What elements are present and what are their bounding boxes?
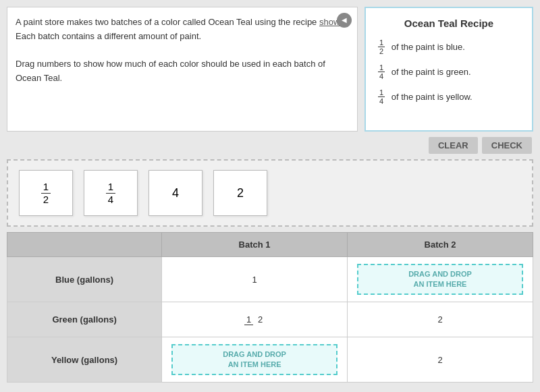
fraction-quarter-green: 1 4 [378,63,385,80]
header-batch1: Batch 1 [162,233,348,257]
clear-button[interactable]: CLEAR [429,137,478,154]
green-batch2-cell: 2 [348,302,533,337]
row-label-green: Green (gallons) [7,302,162,337]
top-section: A paint store makes two batches of a col… [7,7,533,132]
yellow-batch2-cell: 2 [348,337,533,383]
blue-batch1-value: 1 [252,275,256,285]
answer-table: Batch 1 Batch 2 Blue (gallons) 1 DRAG AN… [7,232,533,383]
drag-area: 1 2 1 4 4 2 [7,159,533,227]
yellow-batch1-cell[interactable]: DRAG AND DROPAN ITEM HERE [162,337,348,383]
fraction-half: 1 2 [378,38,385,55]
buttons-row: CLEAR CHECK [7,137,533,154]
drag-tile-half[interactable]: 1 2 [19,170,73,216]
green-batch2-value: 2 [437,314,442,325]
instructions-box: A paint store makes two batches of a col… [7,7,358,132]
tile-fraction-quarter: 1 4 [106,181,115,206]
recipe-blue-text: of the paint is blue. [389,41,465,53]
instructions-paragraph1: A paint store makes two batches of a col… [16,16,349,44]
table-row-yellow: Yellow (gallons) DRAG AND DROPAN ITEM HE… [7,337,533,383]
drag-tile-quarter[interactable]: 1 4 [84,170,138,216]
tile-number-4: 4 [172,186,179,200]
table-row-blue: Blue (gallons) 1 DRAG AND DROPAN ITEM HE… [7,257,533,302]
green-batch1-fraction: 1 2 [244,314,265,325]
instructions-paragraph2: Drag numbers to show how much of each co… [16,57,349,86]
fraction-quarter-yellow: 1 4 [378,88,385,105]
row-label-blue: Blue (gallons) [7,257,162,302]
yellow-batch2-value: 2 [437,355,442,365]
header-blank [7,233,162,257]
recipe-green-text: of the paint is green. [389,66,470,78]
header-batch2: Batch 2 [348,233,533,257]
recipe-item-blue: 1 2 of the paint is blue. [378,38,520,55]
recipe-item-green: 1 4 of the paint is green. [378,63,520,80]
table-header-row: Batch 1 Batch 2 [7,233,533,257]
row-label-yellow: Yellow (gallons) [7,337,162,383]
main-container: A paint store makes two batches of a col… [0,0,540,392]
tile-fraction-half: 1 2 [41,181,51,206]
green-batch1-cell: 1 2 [162,302,348,337]
tile-number-2: 2 [237,186,244,200]
yellow-batch1-dropzone[interactable]: DRAG AND DROPAN ITEM HERE [171,344,338,375]
recipe-title: Ocean Teal Recipe [378,18,520,29]
recipe-box: Ocean Teal Recipe 1 2 of the paint is bl… [364,7,533,132]
table-row-green: Green (gallons) 1 2 2 [7,302,533,337]
sound-icon[interactable] [337,13,352,28]
drag-tile-4[interactable]: 4 [148,170,202,216]
check-button[interactable]: CHECK [482,137,532,154]
blue-batch2-dropzone[interactable]: DRAG AND DROPAN ITEM HERE [357,264,523,295]
drag-tile-2[interactable]: 2 [213,170,267,216]
recipe-yellow-text: of the paint is yellow. [389,91,473,103]
recipe-item-yellow: 1 4 of the paint is yellow. [378,88,520,105]
blue-batch1-cell: 1 [162,257,348,302]
blue-batch2-cell[interactable]: DRAG AND DROPAN ITEM HERE [348,257,533,302]
table-section: Batch 1 Batch 2 Blue (gallons) 1 DRAG AN… [7,232,533,385]
